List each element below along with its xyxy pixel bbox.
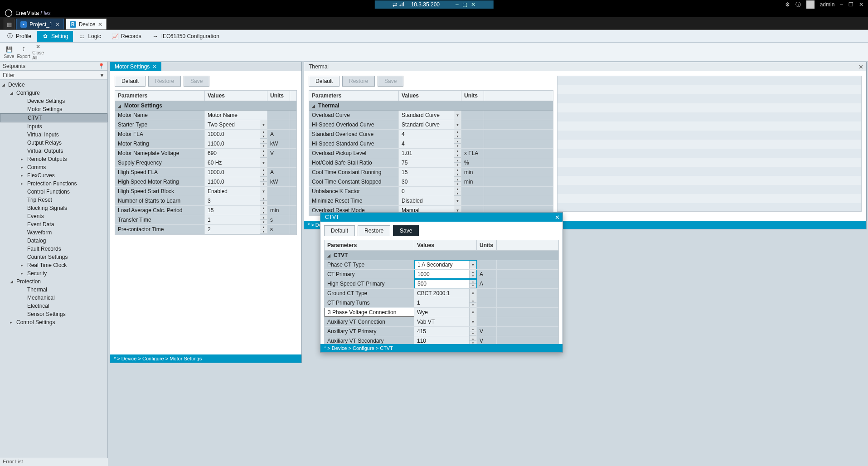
tree-node[interactable]: ▸Protection Functions xyxy=(0,180,107,188)
tree-node[interactable]: ▸FlexCurves xyxy=(0,171,107,180)
tab-project[interactable]: ▪ Project_1 ✕ xyxy=(16,19,64,29)
tree-node[interactable]: Thermal xyxy=(0,286,107,294)
column-header[interactable]: Units xyxy=(477,240,497,250)
tree-node[interactable]: Counter Settings xyxy=(0,253,107,261)
value-cell[interactable]: 1000▲▼ xyxy=(414,270,477,279)
spinner-icon[interactable]: ▲▼ xyxy=(454,158,461,167)
save-button[interactable]: 💾Save xyxy=(2,44,16,60)
info-icon[interactable]: ⓘ xyxy=(795,1,801,9)
tree-node[interactable]: Virtual Inputs xyxy=(0,131,107,139)
close-icon[interactable]: ✕ xyxy=(98,21,102,28)
value-cell[interactable]: 15▲▼ xyxy=(205,206,267,215)
tree-node[interactable]: Trip Reset xyxy=(0,196,107,204)
column-header[interactable]: Values xyxy=(399,91,461,101)
value-cell[interactable]: 415▲▼ xyxy=(414,327,477,336)
tree-node[interactable]: Events xyxy=(0,212,107,220)
value-cell[interactable]: 4▲▼ xyxy=(399,139,461,148)
default-button[interactable]: Default xyxy=(324,225,355,236)
value-cell[interactable]: 60 Hz▼ xyxy=(205,158,267,167)
thermal-tab[interactable]: Thermal xyxy=(304,62,333,71)
dropdown-icon[interactable]: ▼ xyxy=(469,317,476,326)
value-cell[interactable]: 690▲▼ xyxy=(205,149,267,158)
tree-node[interactable]: Datalog xyxy=(0,237,107,245)
save-button[interactable]: Save xyxy=(393,225,419,236)
value-cell[interactable]: Two Speed▼ xyxy=(205,120,267,129)
error-list-panel[interactable]: Error List xyxy=(0,458,108,466)
tree-node[interactable]: Blocking Signals xyxy=(0,204,107,212)
value-cell[interactable]: Enabled▼ xyxy=(205,187,267,196)
value-cell[interactable]: 1▲▼ xyxy=(205,215,267,224)
app-close-icon[interactable]: ✕ xyxy=(859,1,863,8)
dropdown-icon[interactable]: ▼ xyxy=(454,111,461,120)
records-button[interactable]: 📈Records xyxy=(107,31,146,42)
value-cell[interactable]: 1000.0▲▼ xyxy=(205,130,267,139)
value-cell[interactable]: Disabled▼ xyxy=(399,196,461,205)
tree-node[interactable]: Fault Records xyxy=(0,245,107,253)
panel-titlebar[interactable]: CTVT ✕ xyxy=(320,213,563,222)
tree-node[interactable]: Event Data xyxy=(0,220,107,228)
export-button[interactable]: ⤴Export xyxy=(16,44,31,60)
close-icon[interactable]: ✕ xyxy=(858,63,863,70)
value-cell[interactable]: 1000.0▲▼ xyxy=(205,168,267,177)
tab-device[interactable]: R Device ✕ xyxy=(66,19,107,29)
tree-node[interactable]: Control Functions xyxy=(0,188,107,196)
minimize-icon[interactable]: – xyxy=(456,1,459,8)
gear-icon[interactable]: ⚙ xyxy=(785,1,790,8)
spinner-icon[interactable]: ▲▼ xyxy=(469,280,476,288)
spinner-icon[interactable]: ▲▼ xyxy=(469,298,476,307)
column-header[interactable]: Parameters xyxy=(325,240,414,250)
spinner-icon[interactable]: ▲▼ xyxy=(454,177,461,186)
ctvt-panel[interactable]: CTVT ✕ Default Restore Save ParametersVa… xyxy=(320,212,563,353)
setpoints-tree[interactable]: ◢Device◢ConfigureDevice SettingsMotor Se… xyxy=(0,80,107,466)
setting-button[interactable]: ✿Setting xyxy=(37,31,73,42)
column-header[interactable]: Parameters xyxy=(115,91,205,101)
filter-icon[interactable]: ▼ xyxy=(99,72,105,78)
tree-node[interactable]: ▸Remote Outputs xyxy=(0,155,107,163)
tree-node[interactable]: Motor Settings xyxy=(0,105,107,113)
dropdown-icon[interactable]: ▼ xyxy=(469,289,476,298)
close-icon[interactable]: ✕ xyxy=(152,63,157,70)
value-cell[interactable]: 30▲▼ xyxy=(399,177,461,186)
value-cell[interactable]: 1▲▼ xyxy=(414,298,477,307)
grid-section[interactable]: ◢Motor Settings xyxy=(115,101,296,111)
value-cell[interactable]: 110▲▼ xyxy=(414,336,477,344)
column-header[interactable]: Parameters xyxy=(309,91,399,101)
dropdown-icon[interactable]: ▼ xyxy=(469,308,476,317)
column-header[interactable]: Units xyxy=(461,91,484,101)
dropdown-icon[interactable]: ▼ xyxy=(454,196,461,205)
restore-button[interactable]: Restore xyxy=(358,225,390,236)
spinner-icon[interactable]: ▲▼ xyxy=(454,130,461,139)
grid-section[interactable]: ◢Thermal xyxy=(309,101,553,111)
dropdown-icon[interactable]: ▼ xyxy=(454,120,461,129)
maximize-icon[interactable]: ▢ xyxy=(462,1,467,8)
iec-button[interactable]: ↔IEC61850 Configuration xyxy=(147,31,224,42)
dropdown-icon[interactable]: ▼ xyxy=(260,158,267,167)
home-tab[interactable]: ▦ xyxy=(4,19,15,29)
spinner-icon[interactable]: ▲▼ xyxy=(454,139,461,148)
spinner-icon[interactable]: ▲▼ xyxy=(260,206,267,215)
profile-button[interactable]: ⓘProfile xyxy=(2,31,36,42)
value-cell[interactable]: Standard Curve▼ xyxy=(399,111,461,120)
value-cell[interactable]: 0▲▼ xyxy=(399,187,461,196)
value-cell[interactable]: 1.01▲▼ xyxy=(399,149,461,158)
close-icon[interactable]: ✕ xyxy=(55,21,60,28)
column-header[interactable]: Units xyxy=(267,91,290,101)
tree-node[interactable]: ◢Protection xyxy=(0,277,107,286)
tree-node[interactable]: Output Relays xyxy=(0,139,107,147)
value-cell[interactable]: 2▲▼ xyxy=(205,225,267,234)
value-cell[interactable]: 500▲▼ xyxy=(414,279,477,288)
tree-node[interactable]: ▸Real Time Clock xyxy=(0,261,107,269)
tree-node[interactable]: CTVT xyxy=(0,113,107,122)
spinner-icon[interactable]: ▲▼ xyxy=(260,168,267,177)
tree-node[interactable]: ▸Comms xyxy=(0,163,107,171)
app-minimize-icon[interactable]: – xyxy=(840,1,843,8)
dropdown-icon[interactable]: ▼ xyxy=(260,120,267,129)
value-cell[interactable]: Wye▼ xyxy=(414,308,477,317)
value-cell[interactable]: CBCT 2000:1▼ xyxy=(414,289,477,298)
value-cell[interactable]: Standard Curve▼ xyxy=(399,120,461,129)
avatar[interactable] xyxy=(806,0,815,9)
column-header[interactable]: Values xyxy=(205,91,267,101)
value-cell[interactable]: 4▲▼ xyxy=(399,130,461,139)
spinner-icon[interactable]: ▲▼ xyxy=(469,327,476,336)
spinner-icon[interactable]: ▲▼ xyxy=(454,149,461,158)
